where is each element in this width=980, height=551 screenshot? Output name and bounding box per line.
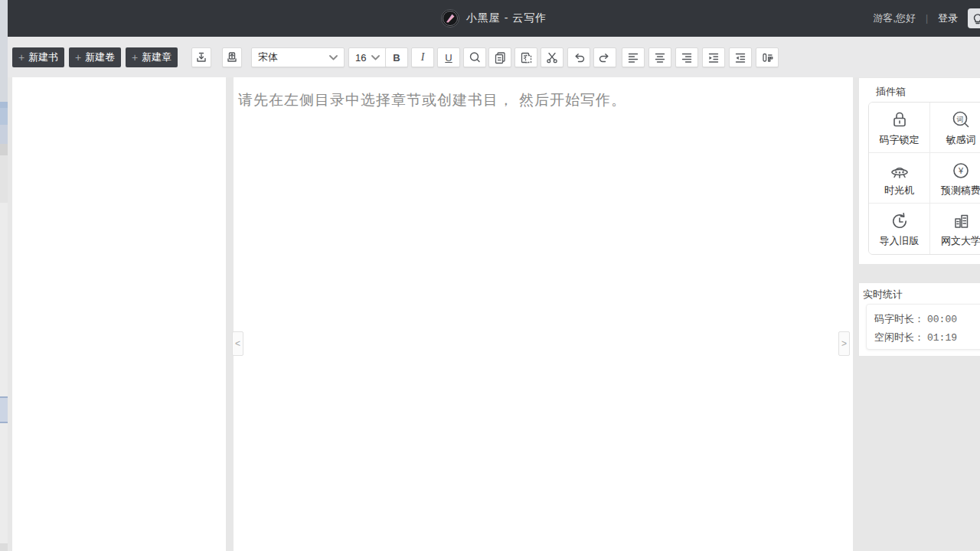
left-edge-strip <box>0 0 8 551</box>
align-center-icon <box>653 51 667 64</box>
left-edge-strip-segment <box>0 396 8 423</box>
plugin-collapse-handle[interactable]: > <box>838 331 850 356</box>
upload-icon <box>225 51 239 64</box>
indent-icon <box>707 51 720 64</box>
outdent-button[interactable] <box>729 47 752 67</box>
typing-duration-row: 码字时长： 00:00 <box>874 310 980 328</box>
paste-button[interactable] <box>514 47 537 67</box>
outdent-icon <box>733 51 747 64</box>
font-size-value: 16 <box>355 52 366 64</box>
plugin-item-word-lock[interactable]: 码字锁定 <box>869 103 930 153</box>
editor-surface[interactable]: 请先在左侧目录中选择章节或创建书目， 然后开始写作。 <box>234 77 853 551</box>
export-backup-button[interactable] <box>222 47 242 67</box>
copy-button[interactable] <box>488 47 511 67</box>
plugin-box-panel: 插件箱 码字锁定 词 敏感词 <box>859 78 980 264</box>
sensitive-word-icon: 词 <box>949 109 972 132</box>
bulb-icon <box>972 12 980 24</box>
pen-logo-icon <box>442 10 459 27</box>
header-action-button[interactable] <box>968 8 980 28</box>
left-edge-strip-segment <box>0 102 8 108</box>
align-left-button[interactable] <box>622 47 645 67</box>
new-chapter-button[interactable]: + 新建章 <box>126 47 178 67</box>
undo-button[interactable] <box>567 47 590 67</box>
copy-icon <box>493 51 507 64</box>
new-book-button[interactable]: + 新建书 <box>12 47 64 67</box>
chevron-down-icon <box>371 55 380 60</box>
login-link[interactable]: 登录 <box>938 11 958 25</box>
chevron-left-icon: < <box>235 338 240 349</box>
font-family-value: 宋体 <box>258 51 278 64</box>
header-right-group: 游客,您好 | 登录 <box>873 0 980 37</box>
underline-label: U <box>445 52 452 64</box>
buildings-icon <box>949 210 972 233</box>
plugin-item-label: 导入旧版 <box>880 234 920 248</box>
redo-button[interactable] <box>593 47 616 67</box>
left-edge-strip-segment <box>0 125 8 144</box>
plugin-item-label: 敏感词 <box>946 133 976 147</box>
import-backup-button[interactable] <box>191 47 211 67</box>
idle-duration-value: 01:19 <box>927 329 957 347</box>
stats-card: 码字时长： 00:00 空闲时长： 01:19 <box>866 304 980 350</box>
app-title: 小黑屋 - 云写作 <box>466 11 547 25</box>
new-chapter-label: 新建章 <box>142 51 172 64</box>
catalog-sidebar <box>12 77 226 551</box>
plugin-item-sensitive-words[interactable]: 词 敏感词 <box>930 103 980 153</box>
align-center-button[interactable] <box>648 47 671 67</box>
undo-icon <box>572 51 586 64</box>
left-edge-strip-segment <box>0 108 8 125</box>
paste-icon <box>519 51 533 64</box>
plus-icon: + <box>75 52 81 63</box>
stats-panel: 实时统计 码字时长： 00:00 空闲时长： 01:19 <box>859 283 980 356</box>
align-right-button[interactable] <box>675 47 698 67</box>
download-icon <box>194 51 208 64</box>
yen-glyph: ¥ <box>958 166 964 175</box>
app-brand: 小黑屋 - 云写作 <box>441 9 547 28</box>
ufo-icon <box>888 159 911 182</box>
chevron-down-icon <box>329 55 338 60</box>
plugin-item-label: 网文大学 <box>941 234 980 248</box>
underline-button[interactable]: U <box>437 47 460 67</box>
plugin-item-label: 时光机 <box>884 184 914 197</box>
align-left-icon <box>626 51 640 64</box>
left-edge-strip-segment <box>0 0 8 102</box>
bold-label: B <box>393 52 400 64</box>
typeset-button[interactable] <box>756 47 779 67</box>
plugin-item-label: 预测稿费 <box>941 184 980 197</box>
idle-duration-label: 空闲时长： <box>874 328 924 346</box>
left-edge-strip-segment <box>0 155 8 203</box>
plugin-grid: 码字锁定 词 敏感词 时光机 <box>868 102 980 255</box>
plus-icon: + <box>132 52 138 63</box>
guest-greeting: 游客,您好 <box>873 11 916 25</box>
indent-button[interactable] <box>702 47 725 67</box>
font-size-select[interactable]: 16 <box>348 47 387 67</box>
redo-icon <box>598 51 612 64</box>
align-right-icon <box>680 51 694 64</box>
app-logo <box>441 9 459 28</box>
yen-icon: ¥ <box>949 159 972 182</box>
plugin-item-import-legacy[interactable]: 导入旧版 <box>869 204 930 254</box>
idle-duration-row: 空闲时长： 01:19 <box>874 328 980 347</box>
header-separator: | <box>926 13 928 24</box>
chevron-right-icon: > <box>841 338 847 349</box>
italic-label: I <box>421 51 425 64</box>
new-volume-button[interactable]: + 新建卷 <box>69 47 121 67</box>
typing-duration-value: 00:00 <box>927 311 957 328</box>
search-icon <box>468 51 482 64</box>
font-family-select[interactable]: 宋体 <box>251 47 345 67</box>
plugin-item-webnovel-college[interactable]: 网文大学 <box>930 204 980 254</box>
app-header: 小黑屋 - 云写作 游客,您好 | 登录 <box>8 0 980 37</box>
plugin-item-time-machine[interactable]: 时光机 <box>869 153 930 204</box>
editor-toolbar: + 新建书 + 新建卷 + 新建章 宋体 16 <box>8 37 980 77</box>
italic-button[interactable]: I <box>411 47 434 67</box>
editor-placeholder: 请先在左侧目录中选择章节或创建书目， 然后开始写作。 <box>238 90 626 110</box>
plugin-item-label: 码字锁定 <box>880 133 920 147</box>
plus-icon: + <box>18 52 24 63</box>
new-volume-label: 新建卷 <box>85 51 115 64</box>
plugin-item-fee-predict[interactable]: ¥ 预测稿费 <box>930 153 980 204</box>
lock-icon <box>888 109 911 132</box>
search-button[interactable] <box>463 47 486 67</box>
sidebar-collapse-handle[interactable]: < <box>232 331 243 356</box>
left-edge-strip-segment <box>0 543 8 551</box>
cut-button[interactable] <box>541 47 564 67</box>
bold-button[interactable]: B <box>385 47 408 67</box>
